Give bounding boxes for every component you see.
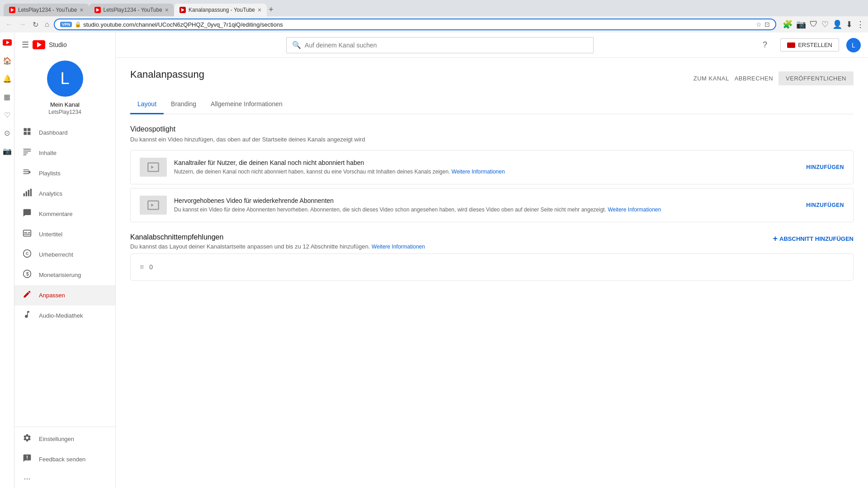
- zum-kanal-button[interactable]: ZUM KANAL: [693, 75, 729, 82]
- sidebar: ☰ Studio L Mein Kanal LetsPlay1234 Dashb…: [14, 33, 116, 488]
- sections-header: Kanalabschnittempfehlungen Du kannst das…: [130, 233, 854, 250]
- svg-rect-16: [28, 190, 29, 196]
- screenshot-icon[interactable]: 📷: [796, 19, 806, 29]
- flag-icon: [787, 42, 795, 48]
- feedback-icon: [22, 454, 33, 465]
- help-button[interactable]: ?: [757, 37, 773, 53]
- trending-icon[interactable]: 📷: [1, 145, 14, 157]
- forward-button[interactable]: →: [17, 19, 28, 30]
- sidebar-item-playlists[interactable]: Playlists: [14, 163, 115, 183]
- tab-3-title: Kanalanpassung - YouTube: [189, 7, 255, 13]
- back-button[interactable]: ←: [4, 19, 14, 30]
- videospotlight-desc: Du kannst ein Video hinzufügen, das oben…: [130, 136, 854, 143]
- sidebar-item-feedback[interactable]: Feedback senden: [14, 449, 115, 469]
- account-icon[interactable]: 👤: [832, 19, 842, 29]
- studio-text: Studio: [49, 41, 67, 48]
- analytics-icon: [22, 188, 33, 199]
- card2-info: Hervorgehobenes Video für wiederkehrende…: [174, 197, 799, 214]
- menu-dots[interactable]: ⋮: [856, 19, 864, 29]
- create-button[interactable]: ERSTELLEN: [780, 38, 839, 52]
- refresh-button[interactable]: ↻: [31, 19, 40, 31]
- spotlight-card-1: Kanaltrailer für Nutzer, die deinen Kana…: [130, 150, 854, 184]
- sidebar-item-einstellungen[interactable]: Einstellungen: [14, 429, 115, 449]
- veroeffentlichen-button[interactable]: VERÖFFENTLICHEN: [778, 71, 854, 85]
- sections-area: Kanalabschnittempfehlungen Du kannst das…: [130, 233, 854, 281]
- sidebar-item-more[interactable]: ···: [14, 469, 115, 488]
- explore-icon[interactable]: 🔔: [1, 72, 14, 85]
- sidebar-item-urheberrecht[interactable]: C Urheberrecht: [14, 244, 115, 265]
- search-input[interactable]: [305, 42, 588, 49]
- user-avatar[interactable]: L: [846, 38, 861, 52]
- extensions-icon[interactable]: 🧩: [783, 19, 793, 29]
- sections-title-block: Kanalabschnittempfehlungen Du kannst das…: [130, 233, 425, 250]
- inhalte-icon: [22, 147, 33, 159]
- app: 🏠 🔔 ▦ ♡ ⊙ 📷 ☰ Studio L Mein Kanal LetsPl…: [0, 33, 868, 488]
- card2-link[interactable]: Weitere Informationen: [608, 206, 661, 213]
- spotlight-card-2: Hervorgehobenes Video für wiederkehrende…: [130, 188, 854, 222]
- sidebar-label-anpassen: Anpassen: [39, 292, 65, 299]
- drag-handle-icon[interactable]: ≡: [140, 263, 144, 271]
- sections-link[interactable]: Weitere Informationen: [372, 244, 425, 250]
- kommentare-icon: [22, 208, 33, 220]
- sidebar-label-analytics: Analytics: [39, 190, 62, 197]
- channel-avatar[interactable]: L: [47, 61, 83, 97]
- history-icon[interactable]: ⊙: [1, 127, 14, 139]
- topbar-right: ? ERSTELLEN L: [757, 37, 861, 53]
- svg-rect-21: [28, 232, 30, 233]
- svg-text:C: C: [26, 251, 29, 256]
- tab-2-close[interactable]: ×: [165, 6, 169, 14]
- sidebar-item-monetarisierung[interactable]: $ Monetarisierung: [14, 265, 115, 285]
- svg-rect-3: [28, 128, 31, 131]
- home-nav-icon[interactable]: 🏠: [1, 54, 14, 67]
- card1-thumbnail: [140, 158, 167, 177]
- sidebar-item-anpassen[interactable]: Anpassen: [14, 285, 115, 305]
- cast-icon[interactable]: ⊡: [764, 21, 770, 28]
- tab-1-close[interactable]: ×: [80, 6, 83, 14]
- topbar: 🔍 ? ERSTELLEN L: [116, 33, 868, 58]
- search-box[interactable]: 🔍: [286, 37, 594, 53]
- home-button[interactable]: ⌂: [43, 19, 51, 30]
- sidebar-item-inhalte[interactable]: Inhalte: [14, 143, 115, 163]
- sidebar-item-dashboard[interactable]: Dashboard: [14, 122, 115, 143]
- subscriptions-icon[interactable]: ▦: [1, 90, 14, 103]
- star-icon[interactable]: ☆: [756, 21, 762, 28]
- svg-rect-7: [24, 151, 31, 152]
- browser-tab-2[interactable]: LetsPlay1234 - YouTube ×: [89, 4, 175, 16]
- browser-chrome: LetsPlay1234 - YouTube × LetsPlay1234 - …: [0, 0, 868, 33]
- sidebar-item-analytics[interactable]: Analytics: [14, 183, 115, 204]
- sidebar-label-dashboard: Dashboard: [39, 129, 68, 136]
- download-icon[interactable]: ⬇: [846, 19, 853, 29]
- library-icon[interactable]: ♡: [1, 108, 14, 121]
- tab-allgemeine[interactable]: Allgemeine Informationen: [203, 95, 290, 114]
- shield-icon[interactable]: 🛡: [810, 19, 818, 29]
- abbrechen-button[interactable]: ABBRECHEN: [735, 75, 773, 82]
- bookmark-icon[interactable]: ♡: [821, 19, 829, 29]
- card1-desc: Nutzern, die deinen Kanal noch nicht abo…: [174, 168, 799, 176]
- card2-add-button[interactable]: HINZUFÜGEN: [806, 202, 844, 208]
- card2-desc: Du kannst ein Video für deine Abonnenten…: [174, 206, 799, 214]
- new-tab-button[interactable]: +: [269, 5, 274, 14]
- sidebar-item-untertitel[interactable]: Untertitel: [14, 224, 115, 244]
- sidebar-hamburger[interactable]: ☰: [22, 40, 29, 50]
- sidebar-label-monetarisierung: Monetarisierung: [39, 272, 81, 278]
- sidebar-label-einstellungen: Einstellungen: [39, 436, 74, 442]
- card1-link[interactable]: Weitere Informationen: [452, 169, 505, 175]
- tab-3-close[interactable]: ×: [258, 6, 261, 14]
- yt-home-icon[interactable]: [1, 36, 14, 49]
- svg-rect-4: [24, 132, 27, 135]
- address-bar[interactable]: VPN 🔒 studio.youtube.com/channel/UCocN6z…: [54, 19, 776, 30]
- browser-tab-3[interactable]: Kanalanpassung - YouTube ×: [174, 4, 267, 16]
- sidebar-item-kommentare[interactable]: Kommentare: [14, 204, 115, 224]
- add-section-button[interactable]: + ABSCHNITT HINZUFÜGEN: [773, 234, 854, 244]
- sidebar-item-audio[interactable]: Audio-Mediathek: [14, 305, 115, 326]
- svg-text:$: $: [26, 272, 29, 277]
- sidebar-nav: Dashboard Inhalte Playlists Analytics: [14, 122, 115, 326]
- tab-layout[interactable]: Layout: [130, 95, 164, 114]
- page-title: Kanalanpassung: [130, 69, 204, 80]
- svg-rect-6: [24, 149, 31, 150]
- browser-tab-1[interactable]: LetsPlay1234 - YouTube ×: [4, 4, 89, 16]
- sidebar-label-audio: Audio-Mediathek: [39, 312, 83, 319]
- tab-branding[interactable]: Branding: [164, 95, 203, 114]
- card1-add-button[interactable]: HINZUFÜGEN: [806, 164, 844, 170]
- sidebar-bottom: Einstellungen Feedback senden ···: [14, 427, 115, 488]
